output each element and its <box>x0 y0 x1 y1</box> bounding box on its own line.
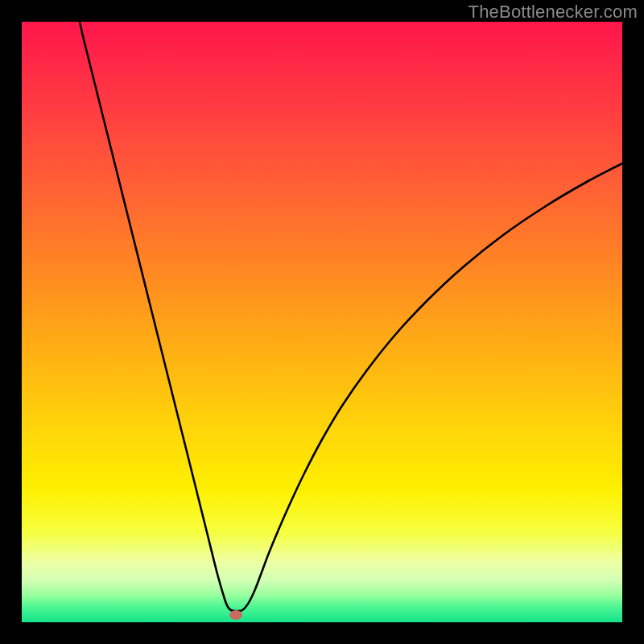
gradient-background <box>22 22 622 622</box>
watermark-text: TheBottlenecker.com <box>469 2 638 23</box>
bottleneck-chart <box>22 22 622 622</box>
minimum-marker <box>229 610 242 620</box>
plot-area <box>22 22 622 622</box>
